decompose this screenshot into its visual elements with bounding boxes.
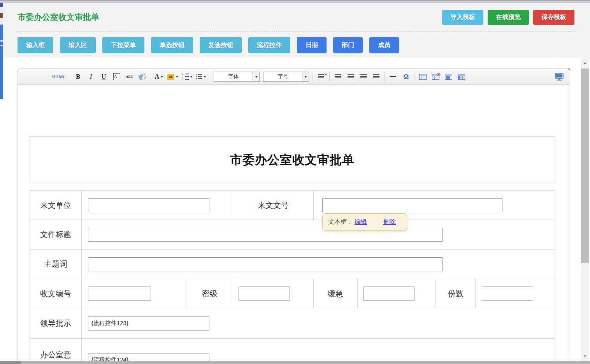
cell-label-doc-title: 文件标题: [30, 220, 82, 249]
cell-input-urgency: [358, 279, 436, 308]
editor-toolbar: HTML B I U A ABC A▼ ab✎▼ 1 2 3 ▼: [18, 69, 569, 85]
toolbar-separator: [313, 72, 313, 81]
align-right-icon: [360, 74, 367, 79]
merge-cells-icon: [445, 74, 452, 80]
bullet-list-button[interactable]: ▼: [196, 71, 206, 82]
scrollbar-thumb[interactable]: [581, 69, 589, 263]
palette-input-area-button[interactable]: 输入区: [60, 37, 96, 53]
font-color-button[interactable]: A▼: [155, 71, 164, 82]
form-table: 来文单位 来文文号 文件标题: [30, 190, 555, 364]
scroll-up-arrow-icon[interactable]: ▲: [581, 59, 589, 66]
italic-button[interactable]: I: [86, 71, 96, 82]
doc-number-input[interactable]: [322, 198, 502, 212]
cell-input-receipt-number: [82, 279, 187, 308]
cell-input-source-unit: [82, 191, 233, 220]
vertical-scrollbar[interactable]: ▲ ▼: [581, 58, 589, 364]
split-fill: [458, 76, 460, 80]
font-family-select[interactable]: 字体 ▼: [214, 72, 260, 82]
cell-input-subject: [82, 250, 555, 279]
font-size-select[interactable]: 字号 ▼: [263, 72, 309, 82]
html-source-button[interactable]: HTML: [52, 71, 66, 82]
underline-button[interactable]: U: [99, 71, 109, 82]
monitor-base: [557, 80, 562, 81]
highlight-icon: ab: [167, 74, 174, 80]
urgency-input[interactable]: [363, 287, 414, 301]
palette-input-box-button[interactable]: 输入框: [18, 37, 53, 53]
sidebar-sliver-segment: [0, 25, 3, 99]
align-right-button[interactable]: [359, 71, 368, 82]
secrecy-input[interactable]: [239, 287, 290, 301]
window-top-edge: [0, 0, 590, 3]
indent-icon: [318, 74, 324, 79]
chevron-down-icon: ▼: [160, 75, 163, 79]
align-left-button[interactable]: [333, 71, 342, 82]
indent-button[interactable]: ➤: [316, 71, 326, 82]
sidebar-sliver-icon: [0, 13, 3, 18]
receipt-number-input[interactable]: [88, 287, 151, 301]
left-sidebar-sliver: [0, 3, 3, 361]
bold-button[interactable]: B: [74, 71, 83, 82]
save-template-button[interactable]: 保存模板: [533, 10, 574, 25]
table-row: 办公室意见: [30, 339, 555, 364]
palette-date-button[interactable]: 日期: [297, 37, 327, 53]
delete-table-button[interactable]: ✕: [431, 71, 440, 82]
import-template-button[interactable]: 导入模板: [442, 10, 483, 25]
pencil-icon: ✎: [568, 67, 571, 72]
insert-table-button[interactable]: [418, 71, 427, 82]
window-bottom-edge: [0, 361, 590, 364]
chevron-down-icon: ▼: [203, 75, 206, 79]
sidebar-sliver-segment: [0, 3, 3, 7]
font-color-icon: A: [155, 73, 159, 80]
fullscreen-button[interactable]: [555, 73, 564, 81]
ordered-list-icon: 1 2 3: [182, 73, 189, 81]
align-center-button[interactable]: [346, 71, 355, 82]
cell-label-leader-note: 领导批示: [30, 308, 82, 338]
palette-radio-button[interactable]: 单选按钮: [151, 37, 193, 53]
ordered-list-button[interactable]: 1 2 3 ▼: [182, 71, 193, 82]
align-justify-button[interactable]: [372, 71, 381, 82]
toolbar-separator: [329, 72, 330, 81]
cell-label-office-opinion: 办公室意见: [30, 339, 82, 364]
edit-link[interactable]: 编辑: [355, 218, 367, 226]
palette-member-button[interactable]: 成员: [369, 37, 399, 53]
cell-label-copies: 份数: [436, 279, 476, 308]
table-row: 领导批示: [30, 308, 555, 339]
strikethrough-button[interactable]: ABC: [125, 71, 134, 82]
online-preview-button[interactable]: 在线预览: [488, 10, 529, 25]
form-title-cell: 市委办公室收文审批单: [30, 136, 555, 183]
highlight-button[interactable]: ab✎▼: [167, 71, 179, 82]
toolbar-separator: [385, 72, 385, 81]
table-row: 收文编号 密级 缓急 份数: [30, 279, 555, 308]
source-unit-input[interactable]: [88, 198, 209, 212]
chevron-down-icon: ▼: [176, 75, 179, 79]
special-char-button[interactable]: Ω: [401, 71, 411, 82]
copies-input[interactable]: [482, 287, 533, 301]
toolbar-separator: [151, 72, 151, 81]
delete-table-icon: ✕: [432, 74, 439, 80]
font-size-value: 字号: [263, 72, 302, 81]
palette-checkbox-button[interactable]: 复选按钮: [200, 37, 242, 53]
delete-link[interactable]: 删除: [383, 218, 396, 226]
horizontal-rule-button[interactable]: [388, 71, 398, 82]
insert-table-icon: [419, 74, 427, 80]
table-row: 来文单位 来文文号: [30, 191, 555, 220]
split-cells-button[interactable]: [457, 71, 466, 82]
split-cells-icon: [458, 74, 465, 80]
header: 市委办公室收文审批单 导入模板 在线预览 保存模板 输入框 输入区 下拉菜单 单…: [3, 3, 590, 58]
palette-department-button[interactable]: 部门: [333, 37, 363, 53]
cell-input-doc-title: [82, 220, 555, 249]
chevron-down-icon: ▼: [253, 72, 259, 81]
eraser-button[interactable]: [138, 71, 147, 82]
rich-text-editor: HTML B I U A ABC A▼ ab✎▼ 1 2 3 ▼: [18, 69, 569, 364]
subject-input[interactable]: [88, 257, 443, 271]
merge-cells-button[interactable]: [444, 71, 453, 82]
indent-arrow-icon: ➤: [324, 72, 327, 76]
bullet-list-icon: [196, 74, 202, 79]
toolbar-separator: [414, 72, 414, 81]
cell-input-office-opinion: [82, 339, 555, 364]
scroll-down-arrow-icon[interactable]: ▼: [581, 353, 589, 360]
palette-flow-control-button[interactable]: 流程控件: [248, 37, 290, 53]
leader-note-input[interactable]: [88, 317, 209, 331]
palette-dropdown-button[interactable]: 下拉菜单: [102, 37, 144, 53]
font-border-button[interactable]: A: [112, 71, 121, 82]
